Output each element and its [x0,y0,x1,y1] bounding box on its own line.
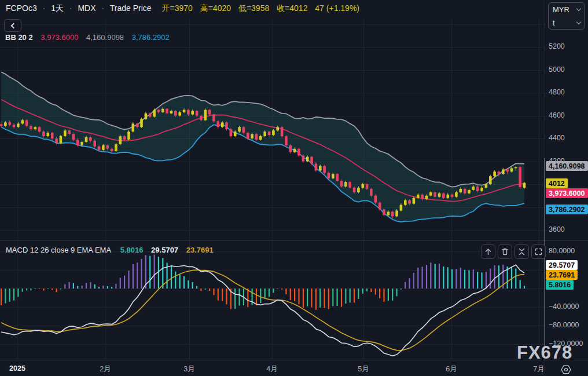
series-type-label: Trade Price [110,3,152,13]
axis-tick-label: −40.0000 [549,302,579,311]
bb-lower-price-label: 3,786.2902 [546,205,588,214]
collapse-pane-button[interactable] [514,244,529,259]
fullscreen-pane-button[interactable] [531,244,546,259]
axis-tick-label: −80.0000 [549,321,579,329]
bb-indicator-legend[interactable]: BB 20 2 3,973.6000 4,160.9098 3,786.2902 [5,33,175,42]
axis-tick-label: 4600 [549,111,565,119]
bb-basis-price-label: 3,973.6000 [546,188,588,198]
settings-button[interactable] [558,364,574,376]
last-price-label: 4012 [546,178,568,188]
close-value: 收=4012 [277,3,307,13]
time-tick-label: 7月 [523,364,555,374]
macd-value-label: 29.5707 [546,260,578,270]
time-tick-label: 3月 [173,364,205,374]
bb-upper-value: 4,160.9098 [86,33,124,42]
trading-chart-app: FCPOc3 · 1天 · MDX · Trade Price 开=3970 高… [0,0,588,376]
chevron-down-icon [576,6,581,11]
pane-separator[interactable] [0,240,588,241]
chart-canvas[interactable] [0,0,588,376]
hist-value-label: 5.8016 [546,280,574,290]
macd-line-value: 29.5707 [151,246,178,254]
collapse-icon [517,247,527,257]
bb-basis-value: 3,973.6000 [41,33,78,42]
symbol-name[interactable]: FCPOc3 [6,3,37,13]
axis-tick-label: 80.0000 [549,247,575,255]
fullscreen-icon [534,247,543,257]
bb-lower-value: 3,786.2902 [132,33,170,42]
open-value: 开=3970 [161,3,192,13]
macd-indicator-legend[interactable]: MACD 12 26 close 9 EMA EMA 5.8016 29.570… [6,246,219,254]
currency-unit-selector: MYR t [548,2,585,30]
currency-value: MYR [553,5,569,14]
watermark: FX678 [517,342,572,363]
trash-icon [500,247,510,257]
interval-label[interactable]: 1天 [51,3,64,13]
signal-value-label: 23.7691 [546,270,578,280]
arrow-up-icon [483,247,493,257]
axis-tick-label: 5200 [549,42,565,50]
time-tick-label: 6月 [435,364,468,374]
price-axis[interactable]: 520050004800460044004200360080.0000−40.0… [545,0,588,360]
move-pane-up-button[interactable] [481,244,495,259]
macd-pane-toolbar [481,244,546,259]
time-tick-label: 2月 [89,364,122,374]
back-button[interactable] [4,19,21,32]
chevron-left-icon [11,23,17,29]
separator-dot: · [101,3,104,13]
delete-pane-button[interactable] [498,244,512,259]
bb-legend-title[interactable]: BB 20 2 [5,33,33,42]
time-tick-label: 4月 [256,364,288,374]
axis-tick-label: 4400 [549,134,565,142]
currency-dropdown[interactable]: MYR [549,3,585,16]
unit-dropdown[interactable]: t [549,16,585,30]
chevron-down-icon [576,20,581,24]
time-tick-label: 2025 [1,364,34,373]
exchange-label: MDX [78,3,95,13]
gear-icon [558,364,574,375]
axis-tick-label: 5000 [549,65,565,74]
bb-upper-price-label: 4,160.9098 [546,161,588,171]
separator-dot: · [69,3,72,13]
change-value: 47 (+1.19%) [315,3,359,13]
time-tick-label: 5月 [347,364,380,374]
low-value: 低=3958 [238,3,269,13]
macd-legend-title[interactable]: MACD 12 26 close 9 EMA EMA [6,246,111,254]
macd-signal-value: 23.7691 [186,246,214,254]
symbol-info-row[interactable]: FCPOc3 · 1天 · MDX · Trade Price 开=3970 高… [6,3,359,14]
time-axis[interactable]: 20252月3月4月5月6月7月 [0,360,545,376]
unit-value: t [553,19,555,27]
separator-dot: · [43,3,46,13]
axis-tick-label: 4800 [549,88,565,96]
high-value: 高=4020 [200,3,231,13]
axis-tick-label: 3600 [549,225,565,233]
macd-hist-value: 5.8016 [120,246,144,254]
